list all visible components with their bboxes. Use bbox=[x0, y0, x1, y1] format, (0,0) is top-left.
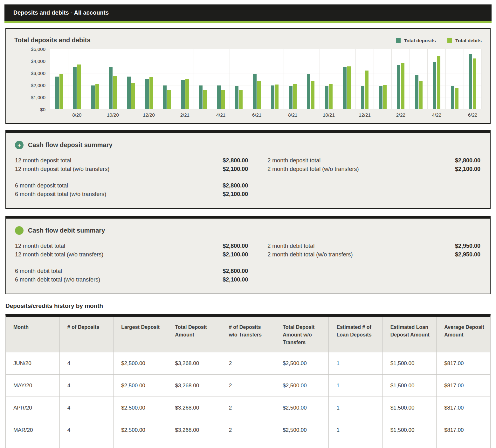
history-table-grid: Month# of DepositsLargest DepositTotal D… bbox=[6, 317, 490, 448]
debit-summary-title-row: – Cash flow debit summary bbox=[15, 226, 480, 235]
summary-value: $2,100.00 bbox=[455, 165, 480, 173]
debit-bar bbox=[185, 79, 189, 109]
summary-row: 6 month deposit total$2,800.00 bbox=[15, 181, 248, 190]
debit-bar bbox=[149, 77, 153, 109]
x-tick-label bbox=[86, 112, 104, 118]
summary-label: 12 month deposit total (w/o transfers) bbox=[15, 165, 109, 173]
bar-group bbox=[302, 49, 320, 109]
table-cell bbox=[6, 441, 59, 448]
summary-row: 12 month debit total$2,800.00 bbox=[15, 242, 248, 250]
debit-bar bbox=[293, 84, 297, 109]
table-cell: 2 bbox=[221, 352, 275, 375]
deposit-bar bbox=[253, 74, 257, 109]
table-row: APR/204$2,500.00$3,268.002$2,500.001$1,5… bbox=[6, 397, 490, 419]
deposit-bar bbox=[379, 86, 382, 109]
x-tick-label bbox=[230, 112, 248, 118]
column-header: Average Deposit Amount bbox=[437, 317, 490, 352]
bar-group bbox=[140, 49, 158, 109]
summary-label: 2 month deposit total (w/o transfers) bbox=[267, 165, 359, 173]
history-table: Month# of DepositsLargest DepositTotal D… bbox=[5, 314, 491, 448]
table-cell: $1,500.00 bbox=[382, 375, 436, 397]
table-row: JUN/204$2,500.00$3,268.002$2,500.001$1,5… bbox=[6, 352, 490, 375]
table-cell: MAY/20 bbox=[6, 375, 59, 397]
summary-group: 2 month debit total$2,950.002 month debi… bbox=[267, 242, 480, 259]
x-tick-label bbox=[122, 112, 140, 118]
bar-group bbox=[356, 49, 374, 109]
x-tick-label bbox=[338, 112, 356, 118]
debit-summary-right-column: 2 month debit total$2,950.002 month debi… bbox=[257, 242, 480, 284]
bar-group bbox=[158, 49, 176, 109]
debit-bar bbox=[329, 84, 333, 109]
x-tick-label bbox=[194, 112, 212, 118]
history-table-body: JUN/204$2,500.00$3,268.002$2,500.001$1,5… bbox=[6, 352, 490, 448]
table-cell: JUN/20 bbox=[6, 352, 59, 375]
history-table-head: Month# of DepositsLargest DepositTotal D… bbox=[6, 317, 490, 352]
table-cell: 2 bbox=[221, 375, 275, 397]
table-cell: 2 bbox=[221, 419, 275, 441]
summary-group: 2 month deposit total$2,800.002 month de… bbox=[267, 156, 480, 173]
summary-label: 6 month debit total (w/o transfers) bbox=[15, 275, 100, 284]
deposit-bar bbox=[271, 85, 274, 109]
table-cell: $1,500.00 bbox=[382, 397, 436, 419]
bar-group bbox=[464, 49, 482, 109]
summary-label: 12 month debit total (w/o transfers) bbox=[15, 250, 103, 259]
deposit-bar bbox=[361, 86, 364, 109]
debit-bar bbox=[131, 83, 135, 109]
summary-row: 12 month debit total (w/o transfers)$2,1… bbox=[15, 250, 248, 259]
debit-bar bbox=[419, 81, 423, 109]
deposit-bar bbox=[451, 86, 454, 109]
debit-summary-title: Cash flow debit summary bbox=[28, 227, 105, 234]
x-tick-label bbox=[302, 112, 320, 118]
chart-panel: Total deposits and debits Total deposits… bbox=[5, 28, 491, 124]
deposit-bar bbox=[343, 67, 347, 109]
summary-label: 6 month deposit total bbox=[15, 181, 68, 190]
bar-group bbox=[374, 49, 392, 109]
bar-group bbox=[176, 49, 194, 109]
table-cell: $817.00 bbox=[437, 375, 490, 397]
x-tick-label: 8/20 bbox=[68, 112, 86, 118]
deposit-bar bbox=[73, 67, 77, 109]
table-cell bbox=[114, 441, 167, 448]
deposit-summary-right-column: 2 month deposit total$2,800.002 month de… bbox=[257, 156, 480, 199]
bar-group bbox=[320, 49, 338, 109]
bar-group bbox=[50, 49, 68, 109]
chart-plot-column: 8/2010/2012/202/214/216/218/2110/2112/21… bbox=[50, 49, 482, 118]
chart-plot bbox=[50, 49, 482, 109]
legend-debits-label: Total debits bbox=[455, 38, 482, 43]
deposit-bar bbox=[433, 62, 436, 109]
summary-value: $2,800.00 bbox=[223, 242, 248, 250]
x-tick-label bbox=[410, 112, 428, 118]
table-cell bbox=[221, 441, 275, 448]
x-tick-label: 12/21 bbox=[356, 112, 374, 118]
y-tick-label: $5,000 bbox=[31, 46, 45, 52]
x-tick-label: 10/20 bbox=[104, 112, 122, 118]
table-cell: 4 bbox=[59, 375, 113, 397]
minus-icon[interactable]: – bbox=[15, 226, 24, 235]
summary-group: 6 month deposit total$2,800.006 month de… bbox=[15, 181, 248, 199]
deposit-bar bbox=[163, 85, 167, 109]
chart-legend: Total deposits Total debits bbox=[396, 37, 482, 43]
bar-group bbox=[410, 49, 428, 109]
x-tick-label: 6/21 bbox=[248, 112, 266, 118]
table-cell: 4 bbox=[59, 352, 113, 375]
chart-y-axis: $0$1,000$2,000$3,000$4,000$5,000 bbox=[14, 49, 50, 109]
x-tick-label bbox=[374, 112, 392, 118]
table-header-row: Month# of DepositsLargest DepositTotal D… bbox=[6, 317, 490, 352]
debit-bar bbox=[239, 90, 243, 109]
plus-icon[interactable]: + bbox=[15, 141, 24, 149]
bar-group bbox=[446, 49, 464, 109]
debit-summary-panel: – Cash flow debit summary 12 month debit… bbox=[5, 216, 491, 294]
deposit-bar bbox=[217, 85, 221, 109]
legend-deposits-label: Total deposits bbox=[404, 38, 436, 43]
bar-group bbox=[248, 49, 266, 109]
y-tick-label: $2,000 bbox=[31, 83, 45, 88]
bar-group bbox=[194, 49, 212, 109]
table-cell bbox=[275, 441, 329, 448]
summary-value: $2,100.00 bbox=[223, 250, 248, 259]
debits-swatch-icon bbox=[447, 38, 452, 43]
column-header: Estimated # of Loan Deposits bbox=[329, 317, 382, 352]
summary-group: 12 month debit total$2,800.0012 month de… bbox=[15, 242, 248, 259]
table-cell: 1 bbox=[329, 375, 382, 397]
x-tick-label: 2/21 bbox=[176, 112, 194, 118]
table-row: MAR/204$2,500.00$3,268.002$2,500.001$1,5… bbox=[6, 419, 490, 441]
